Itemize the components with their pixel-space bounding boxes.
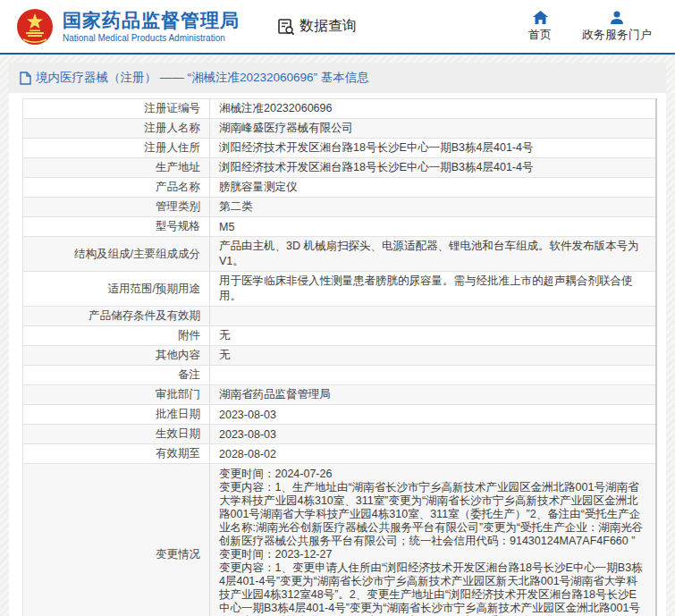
user-icon xyxy=(610,11,624,24)
table-row: 管理类别第二类 xyxy=(23,198,657,217)
table-wrap: 注册证编号湘械注准20232060696注册人名称湖南峰盛医疗器械有限公司注册人… xyxy=(22,98,657,616)
table-row: 变更情况变更时间：2024-07-26 变更内容：1、生产地址由“湖南省长沙市宁… xyxy=(23,464,657,616)
national-emblem-icon xyxy=(16,8,54,46)
table-row: 注册人名称湖南峰盛医疗器械有限公司 xyxy=(23,119,657,139)
row-value xyxy=(210,307,657,326)
row-value: 2023-08-03 xyxy=(210,425,657,444)
row-label: 生产地址 xyxy=(23,158,210,178)
breadcrumb: 境内医疗器械（注册） —— “湘械注准20232060696” 基本信息 xyxy=(9,63,666,93)
site-logo: 国家药品监督管理局 National Medical Products Admi… xyxy=(16,8,240,46)
table-row: 批准日期2023-08-03 xyxy=(23,405,657,425)
row-value: 无 xyxy=(210,326,657,346)
table-row: 审批部门湖南省药品监督管理局 xyxy=(23,385,657,405)
content-container: 境内医疗器械（注册） —— “湘械注准20232060696” 基本信息 注册证… xyxy=(9,63,666,616)
row-label: 变更情况 xyxy=(23,464,210,616)
row-value: 湖南省药品监督管理局 xyxy=(210,385,657,405)
row-value: 浏阳经济技术开发区湘台路18号长沙E中心一期B3栋4层401-4号 xyxy=(210,139,657,158)
table-row: 生产地址浏阳经济技术开发区湘台路18号长沙E中心一期B3栋4层401-4号 xyxy=(23,158,657,178)
row-value: 膀胱容量测定仪 xyxy=(210,178,657,198)
row-value: 浏阳经济技术开发区湘台路18号长沙E中心一期B3栋4层401-4号 xyxy=(210,158,657,178)
row-label: 注册人名称 xyxy=(23,119,210,139)
row-value: 变更时间：2024-07-26 变更内容：1、生产地址由“湖南省长沙市宁乡高新技… xyxy=(210,464,657,616)
table-row: 注册证编号湘械注准20232060696 xyxy=(23,99,657,119)
row-label: 产品储存条件及有效期 xyxy=(23,307,210,326)
row-label: 附件 xyxy=(23,326,210,346)
nav-home[interactable]: 首页 xyxy=(528,11,552,43)
row-label: 适用范围/预期用途 xyxy=(23,272,210,307)
table-row: 其他内容无 xyxy=(23,346,657,366)
row-label: 管理类别 xyxy=(23,198,210,217)
nav-home-label: 首页 xyxy=(528,27,552,43)
row-value: 2028-08-02 xyxy=(210,444,657,464)
table-row: 产品名称膀胱容量测定仪 xyxy=(23,178,657,198)
document-icon xyxy=(20,72,31,85)
org-name-zh: 国家药品监督管理局 xyxy=(63,10,240,30)
nav-portal-label: 政务服务门户 xyxy=(582,27,652,43)
nav-portal[interactable]: 政务服务门户 xyxy=(582,11,652,43)
page: 国家药品监督管理局 National Medical Products Admi… xyxy=(0,0,675,616)
row-label: 注册证编号 xyxy=(23,99,210,119)
nav-data-query[interactable]: 数据查询 xyxy=(277,17,357,36)
row-label: 生效日期 xyxy=(23,425,210,444)
row-value: 湖南峰盛医疗器械有限公司 xyxy=(210,119,657,139)
row-label: 备注 xyxy=(23,366,210,385)
table-row: 产品储存条件及有效期 xyxy=(23,307,657,326)
row-label: 有效期至 xyxy=(23,444,210,464)
row-label: 产品名称 xyxy=(23,178,210,198)
table-row: 附件无 xyxy=(23,326,657,346)
org-name-en: National Medical Products Administration xyxy=(63,33,240,43)
row-value: 2023-08-03 xyxy=(210,405,657,425)
row-value: 用于医学临床非侵入性测量患者膀胱的尿容量。需与经批准上市的超声耦合剂联合使用。 xyxy=(210,272,657,307)
row-value xyxy=(210,366,657,385)
doc-search-icon xyxy=(277,18,295,36)
row-value: 第二类 xyxy=(210,198,657,217)
row-value: 无 xyxy=(210,346,657,366)
row-value: 湘械注准20232060696 xyxy=(210,99,657,119)
breadcrumb-text: 境内医疗器械（注册） —— “湘械注准20232060696” 基本信息 xyxy=(36,70,369,86)
nav-data-query-label: 数据查询 xyxy=(300,17,357,36)
row-label: 审批部门 xyxy=(23,385,210,405)
row-label: 其他内容 xyxy=(23,346,210,366)
table-row: 型号规格M5 xyxy=(23,217,657,237)
table-row: 注册人住所浏阳经济技术开发区湘台路18号长沙E中心一期B3栋4层401-4号 xyxy=(23,139,657,158)
site-header: 国家药品监督管理局 National Medical Products Admi… xyxy=(0,0,675,55)
table-row: 结构及组成/主要组成成分产品由主机、3D 机械扇扫探头、电源适配器、锂电池和台车… xyxy=(23,237,657,272)
top-nav: 首页 政务服务门户 xyxy=(528,11,659,43)
row-label: 结构及组成/主要组成成分 xyxy=(23,237,210,272)
row-value: M5 xyxy=(210,217,657,237)
table-row: 生效日期2023-08-03 xyxy=(23,425,657,444)
row-label: 注册人住所 xyxy=(23,139,210,158)
table-row: 适用范围/预期用途用于医学临床非侵入性测量患者膀胱的尿容量。需与经批准上市的超声… xyxy=(23,272,657,307)
home-icon xyxy=(533,11,548,24)
row-value: 产品由主机、3D 机械扇扫探头、电源适配器、锂电池和台车组成。软件发布版本号为V… xyxy=(210,237,657,272)
table-row: 有效期至2028-08-02 xyxy=(23,444,657,464)
row-label: 批准日期 xyxy=(23,405,210,425)
table-row: 备注 xyxy=(23,366,657,385)
registration-info-table: 注册证编号湘械注准20232060696注册人名称湖南峰盛医疗器械有限公司注册人… xyxy=(22,98,657,616)
row-label: 型号规格 xyxy=(23,217,210,237)
